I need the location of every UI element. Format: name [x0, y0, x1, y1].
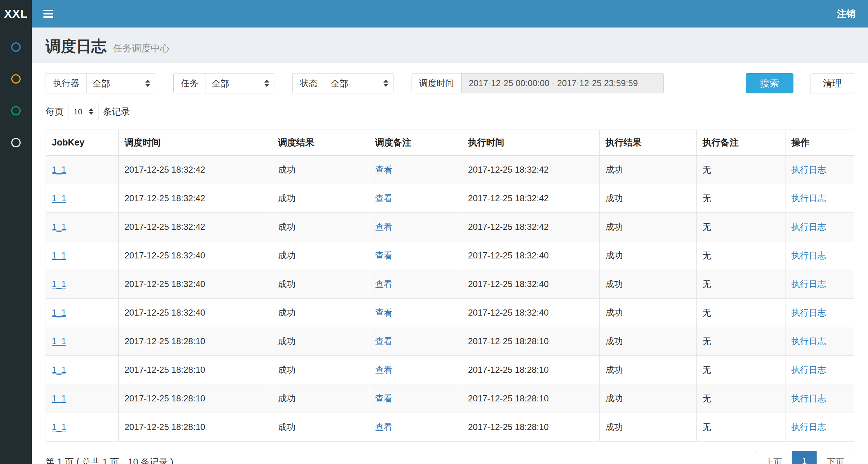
table-header: JobKey 调度时间 调度结果 调度备注 执行时间 执行结果 执行备注 操作	[46, 130, 854, 156]
sidebar-toggle-icon[interactable]	[43, 10, 53, 18]
content-wrapper: 调度日志 任务调度中心 执行器 全部 任务 全部	[32, 28, 868, 464]
col-handle-time: 执行时间	[462, 130, 599, 156]
exec-log-link[interactable]: 执行日志	[791, 222, 826, 232]
logout-link[interactable]: 注销	[837, 8, 856, 20]
table-row: 1_1 2017-12-25 18:32:42 成功 查看 2017-12-25…	[46, 155, 854, 184]
handle-result-cell: 成功	[599, 413, 696, 442]
filter-job-label: 任务	[173, 73, 206, 93]
jobkey-link[interactable]: 1_1	[52, 336, 66, 346]
exec-log-link[interactable]: 执行日志	[791, 165, 826, 174]
job-log-table: JobKey 调度时间 调度结果 调度备注 执行时间 执行结果 执行备注 操作 …	[46, 130, 854, 442]
jobkey-link[interactable]: 1_1	[52, 279, 66, 289]
exec-log-link[interactable]: 执行日志	[791, 193, 826, 203]
table-body: 1_1 2017-12-25 18:32:42 成功 查看 2017-12-25…	[46, 155, 854, 442]
pagination: 上页 1 下页	[755, 451, 854, 464]
trigger-time-range-input[interactable]	[461, 73, 664, 93]
exec-log-link[interactable]: 执行日志	[791, 393, 826, 403]
col-trigger-result: 调度结果	[272, 130, 369, 156]
trigger-msg-link[interactable]: 查看	[375, 422, 392, 432]
pagination-summary: 第 1 页 ( 总共 1 页，10 条记录 )	[46, 456, 173, 464]
filter-time-label: 调度时间	[412, 73, 461, 93]
trigger-msg-link[interactable]: 查看	[375, 365, 392, 375]
handle-time-cell: 2017-12-25 18:32:42	[462, 155, 599, 184]
exec-log-link[interactable]: 执行日志	[791, 308, 826, 317]
exec-log-link[interactable]: 执行日志	[791, 365, 826, 375]
trigger-result-cell: 成功	[272, 384, 369, 413]
handle-time-cell: 2017-12-25 18:28:10	[462, 327, 599, 356]
trigger-result-cell: 成功	[272, 299, 369, 327]
table-row: 1_1 2017-12-25 18:28:10 成功 查看 2017-12-25…	[46, 384, 854, 413]
trigger-msg-link[interactable]: 查看	[375, 393, 392, 403]
filter-bar: 执行器 全部 任务 全部 状态	[46, 73, 854, 93]
circle-o-icon	[11, 106, 21, 115]
col-jobkey: JobKey	[46, 130, 119, 156]
filter-status-select[interactable]: 全部	[325, 73, 393, 93]
trigger-msg-link[interactable]: 查看	[375, 250, 392, 260]
sidebar-item-job-log[interactable]	[0, 95, 32, 127]
jobkey-link[interactable]: 1_1	[52, 365, 66, 375]
handle-time-cell: 2017-12-25 18:32:40	[462, 270, 599, 299]
filter-executor-label: 执行器	[46, 73, 87, 93]
circle-o-icon	[11, 42, 21, 52]
navbar-body: 注销	[32, 0, 868, 28]
table-row: 1_1 2017-12-25 18:28:10 成功 查看 2017-12-25…	[46, 327, 854, 356]
col-trigger-time: 调度时间	[118, 130, 272, 156]
trigger-msg-link[interactable]: 查看	[375, 336, 392, 346]
clear-button[interactable]: 清理	[810, 73, 854, 93]
filter-status-group: 状态 全部	[292, 73, 393, 93]
trigger-msg-link[interactable]: 查看	[375, 308, 392, 317]
handle-result-cell: 成功	[599, 184, 696, 213]
exec-log-link[interactable]: 执行日志	[791, 422, 826, 432]
exec-log-link[interactable]: 执行日志	[791, 250, 826, 260]
jobkey-link[interactable]: 1_1	[52, 193, 66, 203]
handle-result-cell: 成功	[599, 241, 696, 270]
filter-executor-select[interactable]: 全部	[87, 73, 155, 93]
page-1-button[interactable]: 1	[792, 451, 817, 464]
col-trigger-msg: 调度备注	[369, 130, 462, 156]
sidebar-item-executor-manage[interactable]	[0, 127, 32, 159]
handle-msg-cell: 无	[696, 270, 785, 299]
jobkey-link[interactable]: 1_1	[52, 165, 66, 174]
table-row: 1_1 2017-12-25 18:32:40 成功 查看 2017-12-25…	[46, 241, 854, 270]
jobkey-link[interactable]: 1_1	[52, 422, 66, 432]
exec-log-link[interactable]: 执行日志	[791, 279, 826, 289]
trigger-msg-link[interactable]: 查看	[375, 193, 392, 203]
jobkey-link[interactable]: 1_1	[52, 393, 66, 403]
page-title: 调度日志	[46, 38, 106, 55]
prev-page-button[interactable]: 上页	[755, 451, 792, 464]
per-page-bar: 每页 10 条记录	[46, 103, 854, 120]
filter-job-select[interactable]: 全部	[206, 73, 274, 93]
trigger-result-cell: 成功	[272, 270, 369, 299]
col-handle-msg: 执行备注	[696, 130, 785, 156]
jobkey-link[interactable]: 1_1	[52, 250, 66, 260]
trigger-msg-link[interactable]: 查看	[375, 165, 392, 174]
per-page-prefix: 每页	[46, 106, 64, 118]
sidebar	[0, 28, 32, 464]
handle-time-cell: 2017-12-25 18:28:10	[462, 356, 599, 384]
app-logo[interactable]: XXL	[0, 0, 32, 28]
table-row: 1_1 2017-12-25 18:28:10 成功 查看 2017-12-25…	[46, 413, 854, 442]
handle-msg-cell: 无	[696, 384, 785, 413]
handle-result-cell: 成功	[599, 356, 696, 384]
trigger-time-cell: 2017-12-25 18:32:40	[118, 241, 272, 270]
per-page-select[interactable]: 10	[68, 103, 98, 120]
top-navbar: XXL 注销	[0, 0, 868, 28]
trigger-result-cell: 成功	[272, 356, 369, 384]
handle-msg-cell: 无	[696, 155, 785, 184]
trigger-time-cell: 2017-12-25 18:28:10	[118, 413, 272, 442]
trigger-msg-link[interactable]: 查看	[375, 279, 392, 289]
trigger-msg-link[interactable]: 查看	[375, 222, 392, 232]
exec-log-link[interactable]: 执行日志	[791, 336, 826, 346]
jobkey-link[interactable]: 1_1	[52, 308, 66, 317]
sidebar-item-job-manage[interactable]	[0, 63, 32, 95]
handle-msg-cell: 无	[696, 213, 785, 241]
trigger-result-cell: 成功	[272, 327, 369, 356]
handle-time-cell: 2017-12-25 18:32:42	[462, 213, 599, 241]
per-page-suffix: 条记录	[103, 106, 130, 118]
trigger-time-cell: 2017-12-25 18:28:10	[118, 356, 272, 384]
sidebar-item-dashboard[interactable]	[0, 31, 32, 63]
next-page-button[interactable]: 下页	[817, 451, 854, 464]
jobkey-link[interactable]: 1_1	[52, 222, 66, 232]
circle-o-icon	[11, 138, 21, 147]
search-button[interactable]: 搜索	[746, 73, 793, 93]
